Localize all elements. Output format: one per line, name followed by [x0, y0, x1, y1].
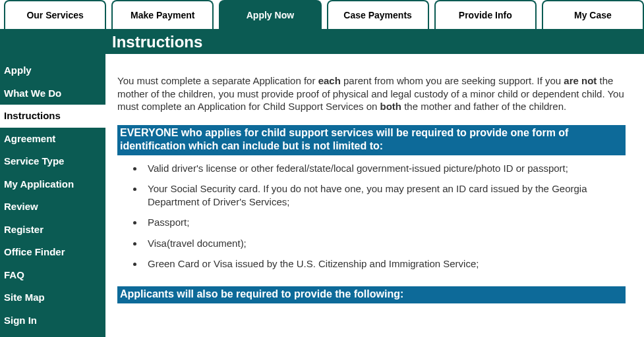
sidebar-item-label: Site Map [4, 292, 45, 303]
sidebar: Apply What We Do Instructions Agreement … [0, 29, 105, 337]
id-requirements-list: Valid driver's license or other federal/… [117, 162, 626, 271]
top-tab-row: Our Services Make Payment Apply Now Case… [0, 0, 644, 29]
sidebar-item-agreement[interactable]: Agreement [0, 128, 105, 151]
intro-bold-each: each [318, 75, 341, 86]
intro-text: the mother and father of the children. [401, 101, 566, 112]
sidebar-item-office-finder[interactable]: Office Finder [0, 241, 105, 264]
intro-text: You must complete a separate Application… [117, 75, 318, 86]
sidebar-item-my-application[interactable]: My Application [0, 173, 105, 196]
tab-apply-now[interactable]: Apply Now [219, 0, 321, 29]
list-item: Your Social Security card. If you do not… [144, 182, 626, 208]
sidebar-item-label: Register [4, 224, 44, 235]
page-title: Instructions [105, 29, 644, 54]
sidebar-item-site-map[interactable]: Site Map [0, 286, 105, 309]
sidebar-item-instructions[interactable]: Instructions [0, 105, 105, 128]
tab-label: Our Services [26, 10, 83, 20]
tab-label: Provide Info [459, 10, 512, 20]
tab-label: Make Payment [131, 10, 194, 20]
sidebar-item-service-type[interactable]: Service Type [0, 150, 105, 173]
sidebar-item-label: Review [4, 201, 38, 212]
tab-our-services[interactable]: Our Services [4, 0, 106, 29]
sidebar-item-label: FAQ [4, 269, 24, 280]
id-requirements-heading: EVERYONE who applies for child support s… [117, 125, 626, 155]
sidebar-item-faq[interactable]: FAQ [0, 264, 105, 287]
sidebar-item-apply[interactable]: Apply [0, 59, 105, 82]
sidebar-item-label: Apply [4, 65, 32, 76]
sidebar-item-label: Instructions [4, 110, 61, 121]
provide-heading: Applicants will also be required to prov… [117, 286, 626, 303]
sidebar-item-register[interactable]: Register [0, 219, 105, 242]
list-item: Visa(travel document); [144, 237, 626, 250]
sidebar-item-label: Office Finder [4, 246, 65, 257]
list-item: Passport; [144, 216, 626, 229]
tab-case-payments[interactable]: Case Payments [327, 0, 429, 29]
sidebar-item-label: My Application [4, 178, 74, 190]
sidebar-item-label: Sign In [4, 315, 37, 326]
tab-make-payment[interactable]: Make Payment [111, 0, 214, 29]
body-region: Apply What We Do Instructions Agreement … [0, 29, 644, 337]
tab-label: Case Payments [343, 10, 412, 20]
tab-label: My Case [574, 10, 612, 20]
content-area: You must complete a separate Application… [105, 54, 644, 337]
tab-label: Apply Now [247, 10, 294, 20]
tab-my-case[interactable]: My Case [542, 0, 644, 29]
sidebar-item-review[interactable]: Review [0, 195, 105, 219]
sidebar-item-what-we-do[interactable]: What We Do [0, 82, 105, 105]
sidebar-item-label: Service Type [4, 155, 64, 167]
intro-text: parent from whom you are seeking support… [341, 75, 564, 86]
intro-paragraph: You must complete a separate Application… [117, 74, 626, 113]
list-item: Green Card or Visa issued by the U.S. Ci… [144, 257, 626, 271]
intro-bold-both: both [380, 101, 401, 112]
sidebar-item-label: Agreement [4, 133, 55, 144]
app-root: Our Services Make Payment Apply Now Case… [0, 0, 644, 337]
main-column: Instructions You must complete a separat… [105, 29, 644, 337]
intro-bold-are-not: are not [564, 75, 597, 86]
sidebar-item-sign-in[interactable]: Sign In [0, 309, 105, 332]
tab-provide-info[interactable]: Provide Info [434, 0, 537, 29]
list-item: Valid driver's license or other federal/… [144, 162, 626, 175]
sidebar-item-label: What We Do [4, 88, 61, 99]
sidebar-item-dcss-home[interactable]: DCSS Home Page [0, 332, 105, 337]
